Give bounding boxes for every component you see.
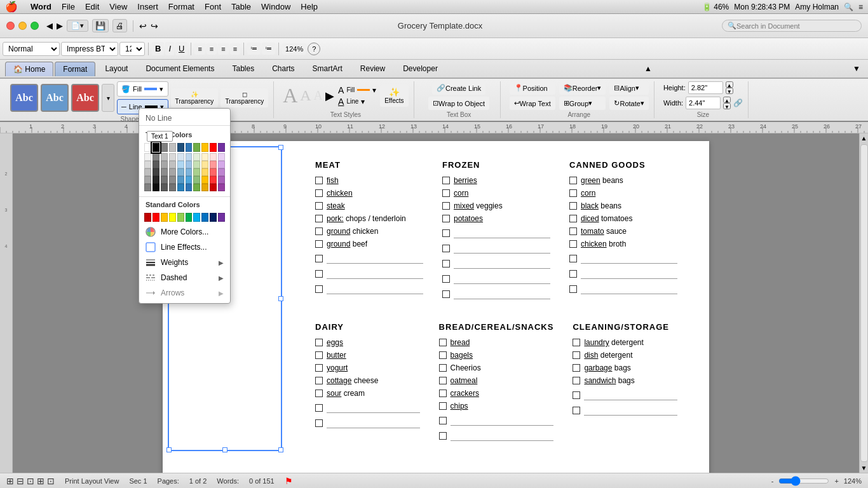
checkbox[interactable] — [569, 285, 577, 293]
color-swatch-selected[interactable]: Text 1 — [153, 143, 159, 152]
italic-button[interactable]: I — [165, 42, 174, 55]
handle-tr[interactable] — [278, 145, 283, 150]
numbering-button[interactable]: ≔ — [262, 43, 275, 55]
color-swatch[interactable] — [153, 184, 159, 191]
checkbox[interactable] — [442, 189, 450, 197]
redo-icon[interactable]: ↪ — [151, 21, 158, 31]
handle-br[interactable] — [278, 447, 283, 452]
text-styles-more[interactable]: ▶ — [325, 89, 334, 103]
checkbox[interactable] — [442, 215, 450, 222]
color-swatch[interactable] — [193, 176, 200, 184]
checkbox[interactable] — [573, 391, 580, 399]
color-swatch[interactable] — [218, 143, 225, 152]
checkbox[interactable] — [442, 177, 450, 184]
scrollbar-right[interactable]: ▲ ▼ — [859, 133, 868, 473]
checkbox[interactable] — [315, 270, 323, 278]
color-swatch[interactable] — [144, 153, 151, 161]
color-swatch[interactable] — [193, 143, 200, 152]
checkbox[interactable] — [315, 215, 323, 222]
color-swatch[interactable] — [218, 153, 225, 161]
color-swatch[interactable] — [161, 153, 168, 161]
line-effects-item[interactable]: Line Effects... — [139, 240, 230, 255]
text-style-a2[interactable]: A — [300, 87, 311, 104]
color-swatch[interactable] — [186, 176, 193, 184]
fill-button[interactable]: 🪣 Fill ▾ — [117, 81, 168, 97]
color-swatch[interactable] — [169, 176, 176, 184]
checkbox[interactable] — [569, 215, 577, 222]
tabs-nav-up[interactable]: ▲ — [642, 62, 654, 75]
std-color-swatch[interactable] — [144, 213, 151, 222]
menu-file[interactable]: File — [57, 2, 80, 11]
checkbox[interactable] — [569, 240, 577, 248]
color-swatch[interactable] — [177, 176, 184, 184]
menu-table[interactable]: Table — [226, 2, 256, 11]
color-swatch[interactable] — [153, 161, 159, 168]
checkbox[interactable] — [315, 364, 323, 372]
checkbox[interactable] — [315, 351, 323, 359]
shape-style-3[interactable]: Abc — [71, 84, 99, 112]
width-up[interactable]: ▲ — [723, 97, 731, 103]
view-icons[interactable]: ⊞⊟⊡⊞⊡ — [6, 476, 55, 486]
checkbox[interactable] — [569, 177, 577, 184]
checkbox[interactable] — [315, 339, 323, 346]
scroll-thumb[interactable] — [860, 144, 868, 462]
color-swatch[interactable] — [210, 153, 217, 161]
font-select[interactable]: Impress BT — [61, 42, 118, 56]
text-style-a3[interactable]: A — [314, 88, 323, 103]
arrows-item[interactable]: Arrows ▶ — [139, 285, 230, 301]
rotate-button[interactable]: ↻ Rotate ▾ — [609, 97, 648, 110]
color-swatch[interactable] — [177, 168, 184, 176]
dashed-item[interactable]: Dashed ▶ — [139, 270, 230, 285]
checkbox[interactable] — [442, 245, 450, 252]
color-swatch[interactable] — [210, 143, 217, 152]
help-button[interactable]: ? — [308, 43, 320, 55]
color-swatch[interactable] — [201, 161, 208, 168]
color-swatch[interactable] — [210, 184, 217, 191]
std-color-swatch[interactable] — [210, 213, 217, 222]
checkbox[interactable] — [315, 377, 323, 384]
checkbox[interactable] — [573, 339, 580, 346]
checkbox[interactable] — [442, 260, 450, 268]
zoom-slider[interactable] — [778, 476, 829, 486]
color-swatch[interactable] — [144, 168, 151, 176]
tabs-nav-down[interactable]: ▼ — [850, 62, 863, 75]
menu-edit[interactable]: Edit — [80, 2, 104, 11]
checkbox[interactable] — [439, 432, 447, 440]
menu-help[interactable]: Help — [295, 2, 323, 11]
shape-style-2[interactable]: Abc — [41, 84, 69, 112]
menu-view[interactable]: View — [104, 2, 132, 11]
color-swatch[interactable] — [193, 153, 200, 161]
handle-bl[interactable] — [166, 447, 172, 452]
width-input[interactable] — [686, 97, 721, 109]
wrap-to-object-button[interactable]: ⊡ Wrap to Object — [428, 97, 489, 110]
back-icon[interactable]: ◀ — [46, 21, 53, 30]
tab-smartart[interactable]: SmartArt — [304, 61, 350, 76]
text-effects-button[interactable]: ✨ Effects — [380, 85, 408, 107]
align-button[interactable]: ⊟ Align ▾ — [609, 81, 648, 95]
align-right-button[interactable]: ≡ — [218, 43, 228, 55]
width-down[interactable]: ▼ — [723, 103, 731, 109]
color-swatch[interactable] — [144, 184, 151, 191]
align-center-button[interactable]: ≡ — [207, 43, 217, 55]
handle-mr[interactable] — [278, 296, 283, 301]
color-swatch[interactable] — [210, 168, 217, 176]
color-swatch[interactable] — [177, 153, 184, 161]
checkbox[interactable] — [573, 351, 580, 359]
color-swatch[interactable] — [186, 168, 193, 176]
color-swatch[interactable] — [218, 168, 225, 176]
color-swatch[interactable] — [161, 161, 168, 168]
zoom-out-button[interactable]: - — [771, 477, 774, 485]
color-swatch[interactable] — [161, 184, 168, 191]
scroll-up-button[interactable]: ▲ — [860, 133, 868, 143]
new-doc-icon[interactable]: 📄▾ — [67, 20, 88, 32]
wrap-text-button[interactable]: ↩ Wrap Text — [510, 97, 555, 110]
checkbox[interactable] — [439, 351, 447, 359]
bold-button[interactable]: B — [152, 42, 164, 55]
forward-icon[interactable]: ▶ — [57, 21, 63, 30]
search-input[interactable] — [736, 22, 856, 30]
menu-word[interactable]: Word — [25, 2, 57, 11]
tab-layout[interactable]: Layout — [97, 61, 136, 76]
color-swatch[interactable] — [193, 168, 200, 176]
close-button[interactable] — [6, 22, 15, 30]
std-color-swatch[interactable] — [161, 213, 168, 222]
